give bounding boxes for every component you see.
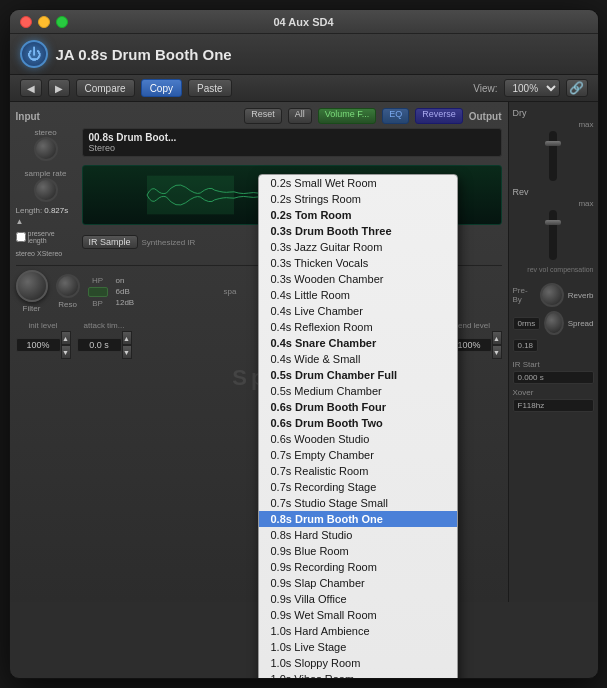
dropdown-item[interactable]: 1.0s Sloppy Room	[259, 655, 457, 671]
dropdown-item[interactable]: 0.6s Drum Booth Four	[259, 399, 457, 415]
dropdown-item[interactable]: 0.9s Blue Room	[259, 543, 457, 559]
init-level-input[interactable]: 100%	[16, 338, 61, 352]
xover-value[interactable]: F118hz	[513, 399, 594, 412]
dropdown-item[interactable]: 0.3s Thicken Vocals	[259, 255, 457, 271]
db-label: 6dB	[116, 287, 135, 296]
svg-rect-0	[147, 176, 234, 215]
orms-display: 0rms	[513, 317, 541, 330]
bp-toggle[interactable]	[88, 287, 108, 297]
dropdown-item[interactable]: 0.7s Empty Chamber	[259, 447, 457, 463]
output-label: Output	[469, 111, 502, 122]
spread-label: Spread	[568, 319, 594, 328]
rev-fader[interactable]	[549, 210, 557, 260]
reverb-knob[interactable]	[540, 283, 563, 307]
dropdown-item[interactable]: 0.4s Live Chamber	[259, 303, 457, 319]
reset-button[interactable]: Reset	[244, 108, 282, 124]
ir-name-display[interactable]: 00.8s Drum Boot... Stereo	[82, 128, 502, 157]
spread-val-display: 0.18	[513, 339, 539, 352]
all-button[interactable]: All	[288, 108, 312, 124]
ir-sample-btn[interactable]: IR Sample	[82, 235, 138, 249]
end-level-up[interactable]: ▲	[492, 331, 502, 345]
dropdown-item[interactable]: 0.9s Slap Chamber	[259, 575, 457, 591]
view-select[interactable]: 100%	[504, 79, 560, 97]
length-label: Length:	[16, 206, 43, 215]
dropdown-item[interactable]: 0.5s Drum Chamber Full	[259, 367, 457, 383]
dry-fader-thumb[interactable]	[545, 141, 561, 146]
xover-label: Xover	[513, 388, 594, 397]
filter-label: Filter	[23, 304, 41, 313]
rev-fader-thumb[interactable]	[545, 220, 561, 225]
spa-display-label: spa	[224, 287, 237, 296]
sample-rate-knob[interactable]	[34, 178, 58, 202]
preserve-label: preserve length	[28, 230, 76, 244]
dry-fader[interactable]	[549, 131, 557, 181]
dropdown-item[interactable]: 0.2s Small Wet Room	[259, 175, 457, 191]
prev-button[interactable]: ◀	[20, 79, 42, 97]
stepper-up[interactable]: ▲	[16, 217, 24, 226]
volume-button[interactable]: Volume F...	[318, 108, 377, 124]
stereo-label2: stereo	[16, 250, 35, 257]
dropdown-item[interactable]: 1.0s Hard Ambience	[259, 623, 457, 639]
paste-button[interactable]: Paste	[188, 79, 232, 97]
dropdown-item[interactable]: 0.6s Wooden Studio	[259, 431, 457, 447]
copy-button[interactable]: Copy	[141, 79, 182, 97]
ir-start-value[interactable]: 0.000 s	[513, 371, 594, 384]
sample-rate-label: sample rate	[25, 169, 67, 178]
rev-label: Rev	[513, 187, 529, 197]
ir-dropdown[interactable]: 0.2s Small Wet Room0.2s Strings Room0.2s…	[258, 174, 458, 679]
attack-down[interactable]: ▼	[122, 345, 132, 359]
dropdown-item[interactable]: 0.2s Strings Room	[259, 191, 457, 207]
close-button[interactable]	[20, 16, 32, 28]
next-button[interactable]: ▶	[48, 79, 70, 97]
length-value: 0.827s	[44, 206, 68, 215]
dropdown-item[interactable]: 0.9s Villa Office	[259, 591, 457, 607]
dropdown-item[interactable]: 0.7s Studio Stage Small	[259, 495, 457, 511]
maximize-button[interactable]	[56, 16, 68, 28]
init-level-up[interactable]: ▲	[61, 331, 71, 345]
dropdown-item[interactable]: 1.0s Vibes Room	[259, 671, 457, 679]
input-label: Input	[16, 111, 40, 122]
spread-knob[interactable]	[544, 311, 563, 335]
attack-time-input[interactable]: 0.0 s	[77, 338, 122, 352]
dropdown-item[interactable]: 0.9s Recording Room	[259, 559, 457, 575]
dropdown-item[interactable]: 1.0s Live Stage	[259, 639, 457, 655]
db2-label: 12dB	[116, 298, 135, 307]
dropdown-item[interactable]: 0.7s Realistic Room	[259, 463, 457, 479]
attack-up[interactable]: ▲	[122, 331, 132, 345]
bp-label: BP	[92, 299, 103, 308]
preserve-checkbox[interactable]	[16, 232, 26, 242]
end-level-down[interactable]: ▼	[492, 345, 502, 359]
reverse-button[interactable]: Reverse	[415, 108, 463, 124]
init-level-down[interactable]: ▼	[61, 345, 71, 359]
dropdown-item[interactable]: 0.4s Wide & Small	[259, 351, 457, 367]
dropdown-item[interactable]: 0.3s Wooden Chamber	[259, 271, 457, 287]
link-button[interactable]: 🔗	[566, 79, 588, 97]
plugin-header: ⏻ JA 0.8s Drum Booth One	[10, 34, 598, 75]
dropdown-item[interactable]: 0.4s Reflexion Room	[259, 319, 457, 335]
view-label: View:	[473, 83, 497, 94]
plugin-window: 04 Aux SD4 ⏻ JA 0.8s Drum Booth One ◀ ▶ …	[9, 9, 599, 679]
eq-button[interactable]: EQ	[382, 108, 409, 124]
dropdown-item[interactable]: 0.7s Recording Stage	[259, 479, 457, 495]
dropdown-item[interactable]: 0.8s Drum Booth One	[259, 511, 457, 527]
dropdown-item[interactable]: 0.2s Tom Room	[259, 207, 457, 223]
dropdown-item[interactable]: 0.3s Drum Booth Three	[259, 223, 457, 239]
side-panel: Dry max Rev max rev vol compensation Pre…	[508, 102, 598, 602]
link-icon: 🔗	[569, 81, 584, 95]
rev-vol-label: rev vol compensation	[513, 266, 594, 273]
minimize-button[interactable]	[38, 16, 50, 28]
dry-max: max	[578, 120, 593, 129]
filter-knob[interactable]	[16, 270, 48, 302]
dropdown-item[interactable]: 0.9s Wet Small Room	[259, 607, 457, 623]
dropdown-item[interactable]: 0.6s Drum Booth Two	[259, 415, 457, 431]
reso-knob[interactable]	[56, 274, 80, 298]
dropdown-item[interactable]: 0.5s Medium Chamber	[259, 383, 457, 399]
stereo-knob[interactable]	[34, 137, 58, 161]
ir-sub: Stereo	[89, 143, 495, 153]
compare-button[interactable]: Compare	[76, 79, 135, 97]
dropdown-item[interactable]: 0.4s Snare Chamber	[259, 335, 457, 351]
power-button[interactable]: ⏻	[20, 40, 48, 68]
dropdown-item[interactable]: 0.4s Little Room	[259, 287, 457, 303]
dropdown-item[interactable]: 0.3s Jazz Guitar Room	[259, 239, 457, 255]
dropdown-item[interactable]: 0.8s Hard Studio	[259, 527, 457, 543]
